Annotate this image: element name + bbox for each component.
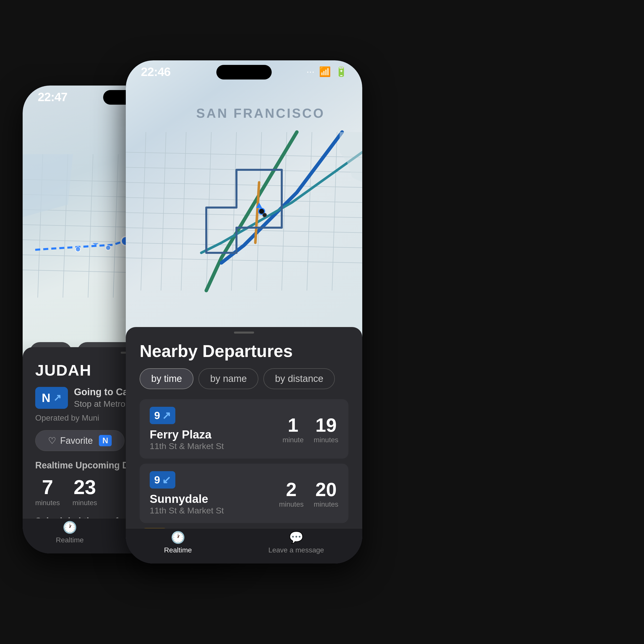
- dep-time-2-2: 20 minutes: [314, 478, 338, 508]
- phone-2-dynamic-island: [216, 65, 272, 79]
- departure-card-1-badge: 9 ↗: [150, 407, 175, 424]
- departure-card-2-badge: 9 ↙: [150, 471, 175, 489]
- filter-tab-by-name[interactable]: by name: [198, 368, 258, 389]
- phone-2-panel-content: Nearby Departures by time by name by dis…: [126, 334, 362, 548]
- departure-card-2-arrow: ↙: [162, 474, 171, 486]
- departure-time-2: 23 minutes: [72, 476, 97, 507]
- dep-time-1-1: 1 minute: [283, 414, 304, 444]
- realtime-clock-icon: 🕐: [63, 520, 77, 534]
- svg-point-17: [75, 247, 81, 252]
- filter-tab-by-time[interactable]: by time: [140, 368, 193, 389]
- phone-1-tab-realtime[interactable]: 🕐 Realtime: [56, 520, 84, 544]
- departure-card-2[interactable]: 9 ↙ Sunnydale 11th St & Market St 2 minu…: [140, 464, 348, 523]
- departure-card-1-arrow: ↗: [162, 409, 171, 422]
- departure-card-1[interactable]: 9 ↗ Ferry Plaza 11th St & Market St 1 mi…: [140, 399, 348, 459]
- phone-1-time: 22:47: [38, 90, 67, 104]
- svg-line-23: [126, 197, 362, 203]
- dep-time-2-1: 2 minutes: [279, 478, 304, 508]
- svg-line-30: [181, 132, 186, 291]
- svg-line-36: [332, 132, 337, 291]
- phone-2-tab-bar: 🕐 Realtime 💬 Leave a message: [126, 528, 362, 563]
- phone-2-filter-tabs: by time by name by distance: [140, 368, 348, 389]
- departure-card-1-left: 9 ↗ Ferry Plaza 11th St & Market St: [150, 407, 283, 451]
- dep-time-1-2: 19 minutes: [314, 414, 338, 444]
- phone-2-wifi-icon: 📶: [319, 66, 331, 77]
- phone-2-bottom-panel: Nearby Departures by time by name by dis…: [126, 327, 362, 563]
- svg-point-16: [106, 245, 111, 250]
- svg-line-27: [126, 258, 362, 263]
- phone-2-tab-realtime[interactable]: 🕐 Realtime: [164, 531, 192, 554]
- phone-1-route-badge: N ↗: [35, 387, 68, 409]
- phone-2: 22:46 ··· 📶 🔋: [126, 60, 362, 563]
- departure-time-1: 7 minutes: [35, 476, 60, 507]
- phone-2-status-icons: ··· 📶 🔋: [306, 66, 347, 77]
- departure-card-2-route-row: 9 ↙: [150, 471, 279, 489]
- phone-2-panel-handle: [234, 332, 254, 334]
- favorite-badge: N: [99, 435, 112, 446]
- departure-card-2-left: 9 ↙ Sunnydale 11th St & Market St: [150, 471, 279, 515]
- phone-2-battery-icon: 🔋: [335, 66, 347, 77]
- phone-2-dots-icon: ···: [306, 66, 314, 77]
- phone-2-nearby-title: Nearby Departures: [140, 341, 348, 361]
- filter-tab-by-distance[interactable]: by distance: [263, 368, 335, 389]
- svg-line-32: [231, 132, 236, 291]
- departure-card-1-times: 1 minute 19 minutes: [283, 414, 338, 444]
- phone-2-screen: 22:46 ··· 📶 🔋: [126, 60, 362, 563]
- departure-card-2-times: 2 minutes 20 minutes: [279, 478, 338, 508]
- phone-1-favorite-button[interactable]: ♡ Favorite N: [35, 430, 125, 451]
- phone-2-map[interactable]: SAN FRANCISCO Recenter ⌘ Change location…: [126, 60, 362, 362]
- phone-2-tab-message[interactable]: 💬 Leave a message: [268, 531, 324, 554]
- heart-icon: ♡: [48, 435, 56, 446]
- phone-2-message-icon: 💬: [289, 531, 303, 544]
- scene: 22:47 ··· 📶: [0, 0, 644, 644]
- departure-card-1-route-row: 9 ↗: [150, 407, 283, 424]
- svg-line-22: [126, 182, 362, 187]
- svg-line-9: [88, 154, 93, 298]
- phone-2-time: 22:46: [141, 65, 171, 79]
- phone-2-city-label: SAN FRANCISCO: [196, 106, 325, 121]
- svg-line-28: [141, 132, 146, 291]
- phone-2-realtime-clock-icon: 🕐: [171, 531, 185, 544]
- svg-point-39: [263, 213, 267, 217]
- svg-line-29: [161, 132, 166, 291]
- svg-line-10: [113, 154, 118, 298]
- phone-1-route-arrow: ↗: [53, 392, 61, 403]
